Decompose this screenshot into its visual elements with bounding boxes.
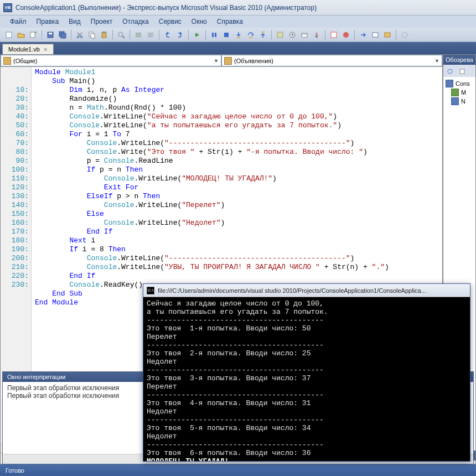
menu-help[interactable]: Справка	[213, 17, 247, 27]
console-title-text: file:///C:/Users/admin/documents/visual …	[158, 287, 426, 294]
tool-icon[interactable]	[299, 29, 310, 40]
svg-rect-4	[49, 33, 52, 34]
svg-text:+: +	[34, 31, 37, 35]
tool-icon[interactable]	[340, 29, 351, 40]
app-icon: VB	[3, 3, 12, 12]
console-window[interactable]: C:\ file:///C:/Users/admin/documents/vis…	[143, 283, 470, 462]
copy-icon[interactable]	[86, 29, 97, 40]
stop-icon[interactable]	[221, 29, 232, 40]
show-all-icon[interactable]	[457, 66, 468, 77]
undo-icon[interactable]	[162, 29, 173, 40]
refresh-icon[interactable]	[444, 66, 456, 77]
tab-module1[interactable]: Module1.vb ✕	[2, 44, 54, 54]
svg-rect-19	[261, 32, 265, 33]
step-out-icon[interactable]	[257, 29, 268, 40]
svg-rect-10	[91, 34, 95, 38]
svg-rect-26	[372, 33, 378, 37]
start-icon[interactable]	[192, 29, 203, 40]
svg-rect-27	[385, 33, 390, 37]
menubar: Файл Правка Вид Проект Отладка Сервис Ок…	[0, 15, 476, 28]
tree-item[interactable]: M	[451, 88, 473, 97]
menu-edit[interactable]: Правка	[32, 17, 64, 27]
document-tabs: Module1.vb ✕	[0, 42, 476, 54]
menu-project[interactable]: Проект	[86, 17, 117, 27]
menu-debug[interactable]: Отладка	[118, 17, 153, 27]
file-icon	[451, 89, 459, 96]
svg-rect-22	[302, 33, 307, 37]
redo-icon[interactable]	[174, 29, 185, 40]
combo-label: (Общие)	[13, 58, 38, 64]
svg-point-13	[118, 32, 123, 37]
svg-rect-29	[460, 69, 464, 74]
tool-icon[interactable]	[287, 29, 298, 40]
project-icon	[446, 80, 453, 87]
scope-combo-left[interactable]: (Общие) ▼	[1, 55, 221, 66]
new-project-icon[interactable]	[3, 29, 14, 40]
explorer-toolbar	[443, 65, 475, 77]
add-item-icon[interactable]: +	[28, 29, 39, 40]
separator	[130, 30, 130, 40]
window-title: ConsoleApplication1 (Выполнение) - Экспр…	[15, 4, 317, 12]
separator	[396, 30, 396, 40]
svg-rect-15	[215, 33, 216, 37]
menu-service[interactable]: Сервис	[154, 17, 186, 27]
menu-view[interactable]: Вид	[64, 17, 85, 27]
tool-icon[interactable]	[328, 29, 339, 40]
svg-rect-14	[212, 33, 214, 37]
open-icon[interactable]	[15, 29, 27, 40]
module-icon	[3, 57, 11, 65]
break-icon[interactable]	[209, 29, 220, 40]
separator	[112, 30, 113, 40]
svg-point-28	[402, 32, 407, 38]
console-output: Сейчас я загадаю целое число от 0 до 100…	[143, 297, 470, 461]
menu-file[interactable]: Файл	[6, 17, 31, 27]
titlebar: VB ConsoleApplication1 (Выполнение) - Эк…	[0, 0, 476, 15]
save-icon[interactable]	[45, 29, 56, 40]
svg-rect-16	[224, 33, 229, 37]
separator	[354, 30, 355, 40]
svg-point-25	[343, 32, 349, 38]
cut-icon[interactable]	[74, 29, 85, 40]
comment-icon[interactable]	[133, 29, 144, 40]
declarations-icon	[224, 57, 232, 65]
scope-combo-right[interactable]: (Объявления) ▼	[221, 55, 442, 66]
tool-icon[interactable]	[358, 29, 369, 40]
save-all-icon[interactable]	[57, 29, 68, 40]
step-over-icon[interactable]	[245, 29, 256, 40]
vb-file-icon	[451, 97, 459, 105]
menu-window[interactable]: Окно	[187, 17, 211, 27]
svg-rect-0	[6, 32, 12, 38]
svg-rect-17	[237, 37, 240, 38]
project-node[interactable]: Cons	[446, 79, 473, 88]
tree-item[interactable]: N	[451, 97, 473, 106]
svg-rect-20	[277, 32, 283, 38]
separator	[325, 30, 325, 40]
svg-rect-24	[331, 32, 337, 38]
svg-rect-18	[249, 37, 252, 38]
chevron-down-icon: ▼	[214, 58, 219, 64]
tool-icon[interactable]	[399, 29, 410, 40]
separator	[205, 30, 206, 40]
solution-explorer-title: Обозрева	[443, 55, 475, 65]
uncomment-icon[interactable]	[145, 29, 156, 40]
tool-icon[interactable]	[382, 29, 393, 40]
console-icon: C:\	[147, 287, 154, 294]
separator	[42, 30, 42, 40]
find-icon[interactable]	[116, 29, 127, 40]
tab-label: Module1.vb	[8, 46, 40, 53]
close-icon[interactable]: ✕	[43, 46, 48, 53]
tool-icon[interactable]	[370, 29, 381, 40]
status-text: Готово	[6, 467, 24, 474]
separator	[159, 30, 159, 40]
svg-rect-6	[61, 33, 66, 38]
paste-icon[interactable]	[99, 29, 110, 40]
tool-icon[interactable]	[311, 29, 322, 40]
separator	[188, 30, 189, 40]
statusbar: Готово	[0, 464, 476, 476]
console-titlebar[interactable]: C:\ file:///C:/Users/admin/documents/vis…	[143, 284, 470, 297]
toolbar: +	[0, 28, 476, 42]
step-into-icon[interactable]	[233, 29, 244, 40]
separator	[271, 30, 272, 40]
tool-icon[interactable]	[275, 29, 286, 40]
chevron-down-icon: ▼	[434, 58, 439, 64]
